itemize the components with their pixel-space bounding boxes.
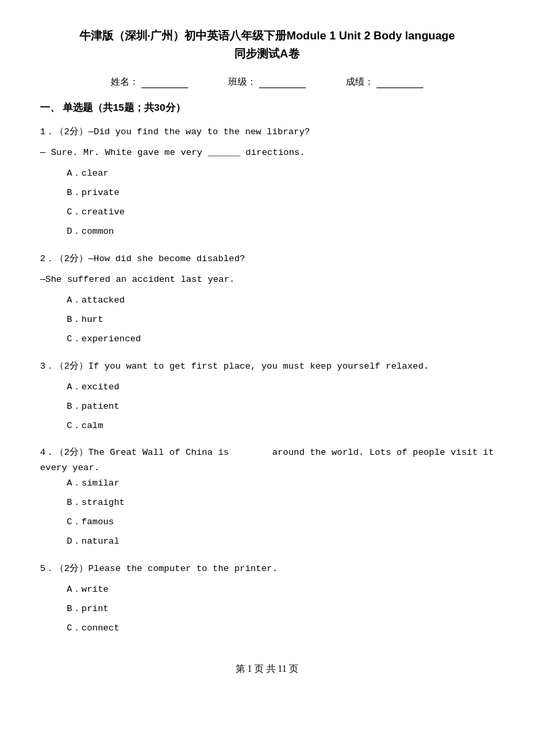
question-2: 2．（2分）—How did she become disabled? —She… <box>40 252 494 347</box>
question-4: 4．（2分）The Great Wall of China is around … <box>40 445 494 550</box>
q4-optionC: C．famous <box>67 515 494 530</box>
q4-stem: 4．（2分）The Great Wall of China is around … <box>40 445 494 476</box>
q5-stem: 5．（2分）Please the computer to the printer… <box>40 562 494 577</box>
q4-optionA: A．similar <box>67 476 494 492</box>
question-5: 5．（2分）Please the computer to the printer… <box>40 562 494 636</box>
q1-stem2: — Sure. Mr. White gave me very ______ di… <box>40 146 494 161</box>
q2-stem: 2．（2分）—How did she become disabled? <box>40 252 494 267</box>
question-1: 1．（2分）—Did you find the way to the new l… <box>40 125 494 240</box>
q3-optionA: A．excited <box>67 380 494 395</box>
q4-optionB: B．straight <box>67 496 494 511</box>
q1-optionB: B．private <box>67 186 494 201</box>
score-field <box>376 76 423 88</box>
score-label: 成绩： <box>346 76 374 88</box>
name-field <box>142 76 188 88</box>
title-line2: 同步测试A卷 <box>40 45 494 63</box>
q2-optionC: C．experienced <box>67 332 494 347</box>
page-footer: 第 1 页 共 11 页 <box>40 663 494 675</box>
q1-optionD: D．common <box>67 224 494 240</box>
question-3: 3．（2分）If you want to get first place, yo… <box>40 359 494 434</box>
name-label: 姓名： <box>111 76 139 88</box>
title-line1: 牛津版（深圳·广州）初中英语八年级下册Module 1 Unit 2 Body … <box>40 27 494 45</box>
q3-stem: 3．（2分）If you want to get first place, yo… <box>40 359 494 375</box>
q2-optionB: B．hurt <box>67 313 494 328</box>
q4-optionD: D．natural <box>67 534 494 550</box>
q3-optionB: B．patient <box>67 399 494 415</box>
q1-optionC: C．creative <box>67 205 494 220</box>
class-label: 班级： <box>228 76 256 88</box>
q2-optionA: A．attacked <box>67 293 494 309</box>
q5-optionB: B．print <box>67 602 494 617</box>
q1-optionA: A．clear <box>67 166 494 182</box>
q2-stem2: —She suffered an accident last year. <box>40 272 494 288</box>
q1-stem: 1．（2分）—Did you find the way to the new l… <box>40 125 494 140</box>
q5-optionC: C．connect <box>67 621 494 636</box>
q3-optionC: C．calm <box>67 419 494 434</box>
q5-optionA: A．write <box>67 582 494 598</box>
class-field <box>259 76 306 88</box>
section1-header: 一、 单选题（共15题；共30分） <box>40 102 494 114</box>
